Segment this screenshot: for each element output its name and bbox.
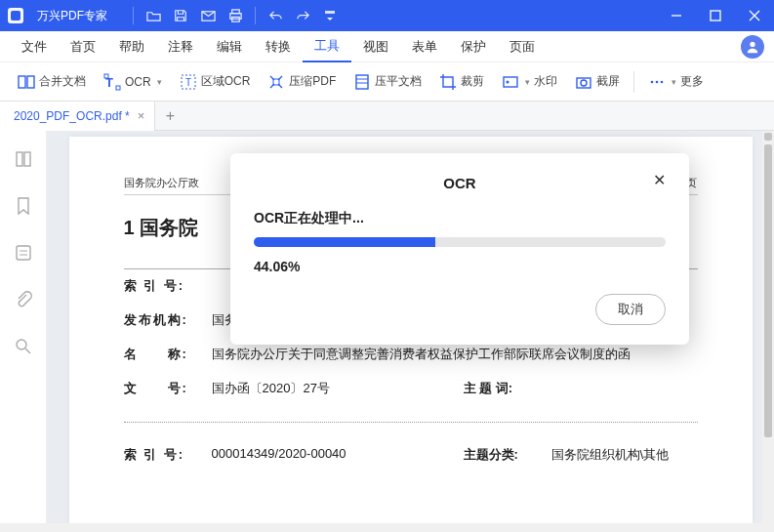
svg-rect-21	[504, 77, 517, 87]
area-ocr-icon: T	[180, 73, 197, 91]
more-icon	[648, 73, 666, 91]
svg-point-25	[651, 80, 654, 83]
svg-rect-10	[19, 76, 25, 88]
crop-icon	[439, 73, 457, 91]
menu-annotate[interactable]: 注释	[156, 31, 205, 62]
svg-text:T: T	[185, 77, 191, 88]
sidebar	[0, 131, 47, 523]
tool-watermark-label: 水印	[534, 73, 557, 90]
svg-rect-30	[17, 246, 30, 260]
user-avatar[interactable]	[741, 35, 764, 59]
meta-value: 国办函〔2020〕27号	[212, 380, 464, 397]
tool-screenshot[interactable]: 截屏	[567, 67, 628, 97]
chevron-down-icon: ▾	[525, 77, 530, 87]
toolbar-separator	[633, 71, 634, 93]
menu-page[interactable]: 页面	[498, 31, 547, 62]
svg-point-33	[17, 340, 26, 349]
svg-rect-1	[11, 11, 20, 20]
thumbnails-icon[interactable]	[13, 148, 34, 170]
meta-label: 名 称:	[124, 346, 212, 363]
ocr-icon: T	[103, 73, 121, 91]
menu-view[interactable]: 视图	[351, 31, 400, 62]
app-name: 万兴PDF专家	[37, 8, 107, 24]
menu-home[interactable]: 首页	[59, 31, 107, 62]
tool-merge-label: 合并文档	[39, 73, 86, 90]
svg-point-24	[581, 80, 587, 86]
menu-edit[interactable]: 编辑	[205, 31, 254, 62]
svg-line-34	[25, 348, 30, 353]
meta-label: 发布机构:	[124, 311, 212, 329]
meta-value: 国务院办公厅关于同意调整完善消费者权益保护工作部际联席会议制度的函	[212, 346, 698, 363]
quick-dropdown-icon[interactable]	[316, 2, 344, 29]
menu-tools[interactable]: 工具	[303, 31, 351, 62]
tool-bar: 合并文档 TOCR▾ T区域OCR 压缩PDF 压平文档 裁剪 ▾水印 截屏 ▾…	[0, 62, 774, 102]
progress-percent: 44.06%	[254, 259, 666, 274]
tool-merge[interactable]: 合并文档	[10, 67, 94, 97]
tool-ocr[interactable]: TOCR▾	[96, 67, 170, 97]
progress-fill	[254, 237, 435, 247]
tab-title: 2020_PDF_OCR.pdf *	[14, 109, 130, 123]
tool-more[interactable]: ▾更多	[640, 67, 712, 97]
camera-icon	[575, 73, 592, 91]
svg-rect-28	[17, 152, 22, 166]
meta-value	[551, 380, 698, 397]
open-icon[interactable]	[140, 2, 167, 29]
svg-point-26	[656, 80, 659, 83]
svg-point-27	[661, 80, 664, 83]
svg-point-9	[750, 41, 754, 46]
add-tab-button[interactable]: +	[155, 102, 184, 131]
svg-rect-11	[27, 76, 34, 88]
ocr-status-text: OCR正在处理中...	[254, 210, 666, 227]
attachment-icon[interactable]	[13, 289, 34, 310]
tool-ocr-label: OCR	[125, 75, 151, 89]
window-maximize[interactable]	[696, 0, 735, 31]
mail-icon[interactable]	[194, 2, 222, 29]
svg-rect-6	[325, 11, 335, 14]
tool-crop[interactable]: 裁剪	[431, 67, 492, 97]
flatten-icon	[353, 73, 371, 91]
search-icon[interactable]	[13, 336, 34, 357]
tab-bar: 2020_PDF_OCR.pdf * × +	[0, 102, 774, 131]
tool-area-ocr[interactable]: T区域OCR	[172, 67, 259, 97]
tool-watermark[interactable]: ▾水印	[494, 67, 565, 97]
title-bar: 万兴PDF专家	[0, 0, 774, 31]
dialog-title: OCR	[443, 175, 475, 191]
window-minimize[interactable]	[657, 0, 696, 31]
dialog-close-icon[interactable]: ✕	[653, 171, 666, 189]
document-tab[interactable]: 2020_PDF_OCR.pdf * ×	[0, 102, 155, 131]
page-header-left: 国务院办公厅政	[124, 176, 199, 190]
ocr-dialog: OCR ✕ OCR正在处理中... 44.06% 取消	[230, 153, 689, 345]
horizontal-scrollbar[interactable]	[0, 523, 774, 532]
tool-crop-label: 裁剪	[461, 73, 484, 90]
svg-rect-29	[24, 152, 30, 166]
print-icon[interactable]	[222, 2, 249, 29]
menu-file[interactable]: 文件	[10, 31, 59, 62]
menu-form[interactable]: 表单	[400, 31, 449, 62]
watermark-icon	[502, 73, 519, 91]
menu-bar: 文件 首页 帮助 注释 编辑 转换 工具 视图 表单 保护 页面	[0, 31, 774, 62]
save-icon[interactable]	[167, 2, 194, 29]
bookmark-icon[interactable]	[13, 195, 34, 217]
tool-compress[interactable]: 压缩PDF	[260, 67, 344, 97]
undo-icon[interactable]	[262, 2, 289, 29]
meta-value: 000014349/2020-00040	[212, 446, 464, 464]
svg-text:T: T	[105, 75, 113, 90]
app-logo	[0, 0, 31, 31]
progress-bar	[254, 237, 666, 247]
menu-protect[interactable]: 保护	[449, 31, 498, 62]
tab-close-icon[interactable]: ×	[138, 108, 145, 123]
meta-label: 文 号:	[124, 380, 212, 397]
window-close[interactable]	[735, 0, 774, 31]
annotation-list-icon[interactable]	[13, 242, 34, 264]
svg-rect-8	[711, 11, 720, 20]
tool-flatten[interactable]: 压平文档	[346, 67, 429, 97]
redo-icon[interactable]	[289, 2, 316, 29]
meta-label: 主题分类:	[464, 446, 551, 464]
cancel-button[interactable]: 取消	[595, 294, 666, 325]
menu-help[interactable]: 帮助	[107, 31, 156, 62]
chevron-down-icon: ▾	[672, 77, 676, 87]
vertical-scrollbar[interactable]	[762, 131, 774, 523]
menu-convert[interactable]: 转换	[254, 31, 303, 62]
tool-compress-label: 压缩PDF	[289, 73, 336, 90]
tool-more-label: 更多	[680, 73, 704, 90]
